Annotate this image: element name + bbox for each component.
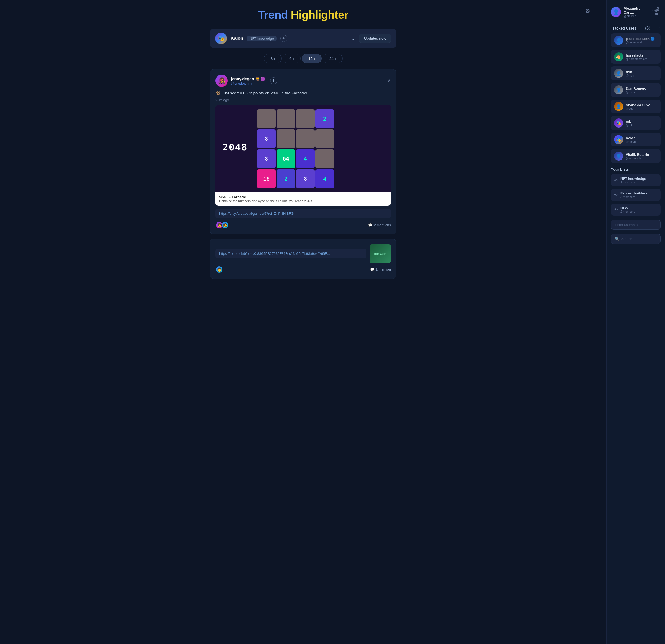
track-bar-avatar: 🎭 — [215, 33, 227, 44]
post-handle[interactable]: @cryptojenny — [231, 81, 265, 85]
kaloh-tu-handle: @kaloh — [626, 140, 636, 143]
horsefacts-info: horsefacts @horsefacts.eth — [626, 53, 647, 60]
post-time: 25m ago — [215, 98, 391, 102]
list-item-farcast-builders[interactable]: 👁 Farcast builders 3 members — [611, 189, 661, 201]
tile-empty — [316, 149, 334, 168]
post-footer-1: 👩 🧑 💬 2 mentions — [215, 221, 391, 229]
kaloh-info: Kaloh @kaloh — [626, 136, 636, 143]
list-nft-info: NFT knowledge 1 members — [621, 177, 646, 184]
your-lists-title: Your Lists — [611, 167, 661, 171]
list-fc-info: Farcast builders 3 members — [621, 191, 647, 199]
list-nft-members: 1 members — [621, 181, 646, 184]
sidebar-item-dan-romero[interactable]: 👤 Dan Romero @dwr.eth — [611, 83, 661, 97]
time-filter-24h[interactable]: 24h — [323, 54, 343, 63]
time-filter-6h[interactable]: 6h — [283, 54, 301, 63]
track-bar-avatar-emoji: 🎭 — [218, 35, 225, 42]
sidebar-item-vitalik[interactable]: 👤 Vitalik Buterin @vitalik.eth — [611, 149, 661, 163]
avatar-group: 👩 🧑 — [215, 221, 229, 229]
tile-8-b: 8 — [296, 169, 315, 188]
post2-url-bar[interactable]: https://rodeo.club/post/0x89652B27936F81… — [215, 249, 366, 258]
post2-mentions-badge[interactable]: 💬 1 mention — [370, 267, 391, 271]
tile-empty — [296, 109, 315, 128]
post-user-info: jenny.degen 🦁🟣 @cryptojenny — [231, 77, 265, 85]
mk-name: mk — [626, 119, 633, 124]
post-card-1: 👩‍🎤 jenny.degen 🦁🟣 @cryptojenny + ∧ 🐒 Ju… — [210, 69, 397, 235]
list-item-ogs[interactable]: 👁 OGs 2 members — [611, 204, 661, 216]
time-filter-12h[interactable]: 12h — [302, 54, 322, 63]
list-item-nft-knowledge[interactable]: 👁 NFT knowledge 1 members — [611, 174, 661, 186]
game-title-section: 2048 — [220, 142, 252, 156]
mentions-badge[interactable]: 💬 2 mentions — [368, 223, 391, 227]
tile-2: 2 — [316, 109, 334, 128]
post-collapse-button[interactable]: ∧ — [387, 78, 391, 84]
sidebar-profile-name: Alexandre Carv... — [624, 6, 648, 14]
username-input[interactable] — [611, 220, 661, 230]
list-ogs-info: OGs 2 members — [621, 206, 635, 213]
post-card-2: https://rodeo.club/post/0x89652B27936F81… — [210, 239, 397, 279]
tracked-users-count: (8) — [645, 26, 650, 31]
sidebar: 👤 Alexandre Carv... @alexmc Sign out Tra… — [606, 0, 665, 644]
updated-now-button[interactable]: Updated now — [359, 34, 391, 43]
sidebar-profile-avatar: 👤 — [611, 7, 621, 17]
horsefacts-handle: @horsefacts.eth — [626, 57, 647, 60]
tile-2-b: 2 — [277, 169, 295, 188]
nft-tag-badge[interactable]: NFT knowledge — [247, 36, 277, 41]
tile-16: 16 — [257, 169, 276, 188]
tracked-users-collapse-icon[interactable]: ↑ — [659, 26, 661, 31]
rish-name: rish — [626, 70, 633, 74]
post2-thumb-text: nony.eth — [374, 252, 386, 255]
jesse-info: jesse.base.eth 🔵 @jessepolak — [626, 37, 655, 44]
settings-icon[interactable]: ⚙ — [585, 7, 590, 14]
main-content: ⚙ Trend Highlighter 🎭 Kaloh NFT knowledg… — [199, 0, 407, 644]
sidebar-item-mk[interactable]: 🎭 mk @mk — [611, 116, 661, 130]
list-ogs-members: 2 members — [621, 210, 635, 213]
sidebar-profile-info: Alexandre Carv... @alexmc — [624, 6, 648, 18]
list-fc-name: Farcast builders — [621, 191, 647, 195]
mentions-count: 2 mentions — [374, 223, 391, 227]
shane-handle: @sds — [626, 107, 650, 110]
rish-handle: @rish — [626, 74, 633, 77]
list-nft-name: NFT knowledge — [621, 177, 646, 181]
kaloh-tu-name: Kaloh — [626, 136, 636, 140]
comment-icon: 💬 — [368, 223, 373, 227]
sidebar-item-shane[interactable]: 👤 Shane da Silva @sds — [611, 99, 661, 113]
post-url-bar[interactable]: https://play.farcade.ai/games/5?ref=ZnPl… — [215, 209, 391, 218]
mk-info: mk @mk — [626, 119, 633, 127]
search-icon: 🔍 — [615, 237, 619, 241]
tile-empty — [277, 129, 295, 148]
tile-4: 4 — [296, 149, 315, 168]
sidebar-item-horsefacts[interactable]: 🐴 horsefacts @horsefacts.eth — [611, 50, 661, 64]
sidebar-item-rish[interactable]: 👤 rish @rish — [611, 67, 661, 80]
settings-icon-wrap: ⚙ — [585, 7, 590, 14]
sidebar-item-kaloh[interactable]: 🎭 Kaloh @kaloh — [611, 133, 661, 146]
vitalik-avatar: 👤 — [614, 151, 623, 161]
post2-url-wrap: https://rodeo.club/post/0x89652B27936F81… — [215, 249, 366, 258]
time-filter-3h[interactable]: 3h — [264, 54, 282, 63]
post2-expand-icon[interactable]: ∨ — [657, 5, 660, 11]
sidebar-item-jesse[interactable]: 👤 jesse.base.eth 🔵 @jessepolak — [611, 33, 661, 47]
post2-comment-icon: 💬 — [370, 267, 374, 271]
search-button[interactable]: 🔍 Search — [611, 234, 661, 244]
tile-8: 8 — [257, 129, 276, 148]
game-desc-text: Combine the numbers displayed on the til… — [219, 199, 387, 203]
add-tag-button[interactable]: + — [280, 35, 287, 42]
post-avatar-jenny: 👩‍🎤 — [215, 75, 228, 87]
jesse-handle: @jessepolak — [626, 41, 655, 44]
shane-avatar: 👤 — [614, 102, 623, 111]
mk-handle: @mk — [626, 124, 633, 127]
track-bar: 🎭 Kaloh NFT knowledge + ⌄ Updated now — [210, 29, 397, 48]
tile-empty — [316, 129, 334, 148]
game-inner: 2048 2 — [215, 105, 391, 192]
post-follow-button[interactable]: + — [270, 77, 277, 84]
jesse-name: jesse.base.eth 🔵 — [626, 37, 655, 41]
vitalik-name: Vitalik Buterin — [626, 152, 649, 157]
shane-info: Shane da Silva @sds — [626, 103, 650, 110]
rish-info: rish @rish — [626, 70, 633, 77]
sidebar-profile: 👤 Alexandre Carv... @alexmc Sign out — [611, 4, 661, 21]
dan-avatar: 👤 — [614, 85, 623, 94]
search-label: Search — [621, 237, 632, 241]
vitalik-handle: @vitalik.eth — [626, 157, 649, 160]
game-title: 2048 — [220, 142, 252, 152]
chevron-down-icon[interactable]: ⌄ — [351, 36, 355, 41]
post-text: 🐒 Just scored 8672 points on 2048 in the… — [215, 90, 391, 96]
